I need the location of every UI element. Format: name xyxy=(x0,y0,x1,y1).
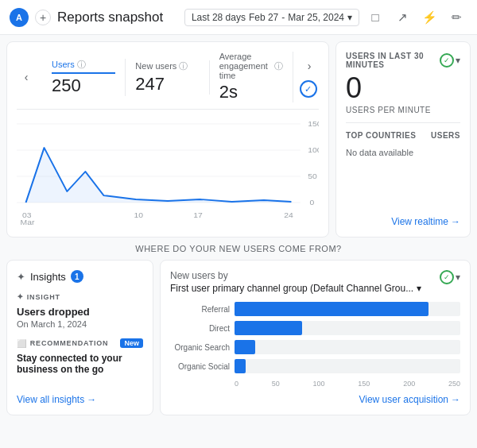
realtime-card: Users in last 30 minutes ✓ ▾ 0 Users per… xyxy=(335,41,471,238)
horizontal-bar-chart: Referral Direct Organic Search xyxy=(170,302,460,388)
date-from: Feb 27 xyxy=(249,12,278,23)
svg-text:Mar: Mar xyxy=(21,218,36,226)
info-icon-new-users[interactable]: ⓘ xyxy=(179,60,188,72)
bar-row-referral: Referral xyxy=(170,302,460,316)
export-icon[interactable]: ↗ xyxy=(391,6,413,29)
edit-icon[interactable]: ✏ xyxy=(445,6,467,29)
recommendation-section: ⬜ Recommendation New Stay connected to y… xyxy=(17,338,143,375)
new-badge: New xyxy=(120,338,143,348)
line-chart-svg: 150 100 50 0 03 Mar 10 17 24 xyxy=(17,116,319,227)
arrow-right-icon-insights: → xyxy=(87,394,96,405)
line-chart: 150 100 50 0 03 Mar 10 17 24 xyxy=(17,116,319,227)
no-data-text: No data available xyxy=(346,148,460,157)
share-icon[interactable]: □ xyxy=(364,6,386,29)
view-insights-link[interactable]: View all insights → xyxy=(17,381,143,405)
metric-checkmark[interactable]: ✓ xyxy=(300,80,317,98)
top-countries-header: Top countries Users xyxy=(346,131,460,140)
axis-100: 100 xyxy=(313,380,325,388)
date-range-text: Last 28 days xyxy=(192,12,246,23)
realtime-count: 0 xyxy=(346,72,460,104)
svg-text:50: 50 xyxy=(308,172,317,180)
metric-engagement[interactable]: Average engagement time ⓘ 2s xyxy=(210,52,293,102)
realtime-divider xyxy=(346,122,460,123)
date-dash: - xyxy=(281,12,285,23)
users-column-label: Users xyxy=(431,131,460,140)
bar-chart-meta: New users by First user primary channel … xyxy=(170,270,421,302)
view-acquisition-link[interactable]: View user acquisition → xyxy=(170,394,460,405)
axis-200: 200 xyxy=(403,380,415,388)
metric-new-users-label: New users ⓘ xyxy=(135,60,199,72)
rec-text: Stay connected to your business on the g… xyxy=(17,353,143,375)
prev-arrow[interactable]: ‹ xyxy=(17,68,36,87)
axis-50: 50 xyxy=(272,380,280,388)
compare-icon[interactable]: ⚡ xyxy=(418,6,440,29)
insight-section-icon: ✦ xyxy=(17,292,24,301)
metric-new-users[interactable]: New users ⓘ 247 xyxy=(126,60,209,95)
svg-text:150: 150 xyxy=(308,120,319,128)
nav-prev: ‹ xyxy=(17,68,42,87)
realtime-title: Users in last 30 minutes xyxy=(346,52,440,69)
insight-date: On March 1, 2024 xyxy=(17,319,143,329)
rec-label: ⬜ Recommendation xyxy=(17,339,108,348)
realtime-dropdown[interactable]: ▾ xyxy=(456,55,460,66)
bar-chart-dropdown[interactable]: ▾ xyxy=(456,272,460,283)
page-title: Reports snapshot xyxy=(57,10,163,25)
metric-users[interactable]: Users ⓘ 250 xyxy=(42,59,126,96)
view-realtime-link[interactable]: View realtime → xyxy=(346,216,460,227)
info-icon-engagement[interactable]: ⓘ xyxy=(274,60,283,72)
insights-sparkle-icon: ✦ xyxy=(17,271,25,283)
avatar[interactable]: A xyxy=(10,8,29,27)
insights-header: ✦ Insights 1 xyxy=(17,270,143,283)
bar-track-organic-search xyxy=(235,340,460,354)
bar-track-direct xyxy=(235,321,460,335)
add-button[interactable]: + xyxy=(35,10,51,25)
realtime-status-icon: ✓ xyxy=(440,53,454,68)
metrics-row: ‹ Users ⓘ 250 New users ⓘ 247 xyxy=(17,52,319,110)
bar-fill-organic-social xyxy=(235,359,246,373)
header-right: Last 28 days Feb 27 - Mar 25, 2024 ▾ □ ↗… xyxy=(184,6,467,29)
bar-chart-top: New users by First user primary channel … xyxy=(170,270,460,302)
realtime-sub-label: Users per minute xyxy=(346,106,460,114)
realtime-badge: ✓ ▾ xyxy=(440,53,460,68)
top-row: ‹ Users ⓘ 250 New users ⓘ 247 xyxy=(6,41,471,238)
arrow-right-icon-acquisition: → xyxy=(451,394,460,405)
svg-text:10: 10 xyxy=(134,211,143,219)
axis-0: 0 xyxy=(235,380,238,388)
svg-text:24: 24 xyxy=(284,211,293,219)
metric-engagement-value: 2s xyxy=(219,82,283,102)
bar-fill-direct xyxy=(235,321,302,335)
bar-track-referral xyxy=(235,302,460,316)
bottom-row: ✦ Insights 1 ✦ Insight Users dropped On … xyxy=(6,260,471,415)
bar-axis: 0 50 100 150 200 250 xyxy=(235,380,460,388)
bar-chart-title: New users by xyxy=(170,270,421,281)
bar-label-referral: Referral xyxy=(170,305,230,314)
svg-text:17: 17 xyxy=(193,211,203,219)
next-arrow[interactable]: › xyxy=(300,56,319,75)
metric-users-label: Users ⓘ xyxy=(52,59,115,74)
metric-users-value: 250 xyxy=(52,75,115,96)
chart-card: ‹ Users ⓘ 250 New users ⓘ 247 xyxy=(6,41,329,238)
bar-chart-status-icon: ✓ xyxy=(440,270,454,284)
insights-card: ✦ Insights 1 ✦ Insight Users dropped On … xyxy=(6,260,153,415)
insights-badge: 1 xyxy=(71,270,83,283)
svg-text:0: 0 xyxy=(309,199,314,207)
rec-header: ⬜ Recommendation New xyxy=(17,338,143,348)
top-countries-label: Top countries xyxy=(346,131,416,140)
bar-label-organic-social: Organic Social xyxy=(170,362,230,371)
header: A + Reports snapshot Last 28 days Feb 27… xyxy=(0,0,477,35)
bar-track-organic-social xyxy=(235,359,460,373)
chevron-down-icon: ▾ xyxy=(347,12,352,23)
svg-marker-8 xyxy=(26,148,292,203)
chevron-down-icon-channel: ▾ xyxy=(417,283,421,294)
main-content: WHERE DO YOUR NEW USERS COME FROM? ‹ Use… xyxy=(0,35,477,422)
channel-selector[interactable]: First user primary channel group (Defaul… xyxy=(170,283,421,294)
metrics-actions: › ✓ xyxy=(293,56,319,98)
insight-title: Users dropped xyxy=(17,306,143,318)
where-from-title: WHERE DO YOUR NEW USERS COME FROM? xyxy=(6,244,471,253)
axis-150: 150 xyxy=(358,380,370,388)
info-icon-users[interactable]: ⓘ xyxy=(77,59,86,71)
bar-chart-card: New users by First user primary channel … xyxy=(160,260,471,415)
header-left: A + Reports snapshot xyxy=(10,8,184,27)
axis-250: 250 xyxy=(448,380,460,388)
date-range-selector[interactable]: Last 28 days Feb 27 - Mar 25, 2024 ▾ xyxy=(184,9,359,26)
